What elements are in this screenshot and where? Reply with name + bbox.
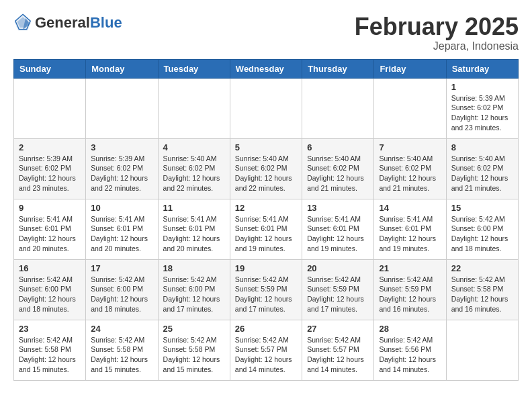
- day-number: 4: [163, 142, 225, 152]
- calendar-cell: 28Sunrise: 5:42 AM Sunset: 5:56 PM Dayli…: [374, 320, 446, 380]
- day-info: Sunrise: 5:42 AM Sunset: 6:00 PM Dayligh…: [91, 275, 152, 314]
- calendar-cell: [86, 78, 158, 138]
- calendar-cell: [230, 78, 302, 138]
- calendar-cell: 19Sunrise: 5:42 AM Sunset: 5:59 PM Dayli…: [230, 259, 302, 320]
- header: GeneralBlue February 2025 Jepara, Indone…: [13, 13, 519, 52]
- day-number: 14: [379, 203, 441, 213]
- day-number: 11: [163, 203, 225, 213]
- calendar-cell: 11Sunrise: 5:41 AM Sunset: 6:01 PM Dayli…: [158, 199, 230, 259]
- calendar-cell: 2Sunrise: 5:39 AM Sunset: 6:02 PM Daylig…: [14, 138, 86, 199]
- calendar-cell: [158, 78, 230, 138]
- day-info: Sunrise: 5:42 AM Sunset: 5:59 PM Dayligh…: [235, 275, 297, 314]
- day-info: Sunrise: 5:41 AM Sunset: 6:01 PM Dayligh…: [163, 214, 225, 254]
- calendar-cell: 12Sunrise: 5:41 AM Sunset: 6:01 PM Dayli…: [230, 199, 302, 259]
- week-row-4: 16Sunrise: 5:42 AM Sunset: 6:00 PM Dayli…: [14, 259, 519, 320]
- calendar-cell: 4Sunrise: 5:40 AM Sunset: 6:02 PM Daylig…: [158, 138, 230, 199]
- weekday-header-saturday: Saturday: [446, 59, 518, 78]
- day-number: 19: [235, 263, 297, 273]
- day-info: Sunrise: 5:40 AM Sunset: 6:02 PM Dayligh…: [451, 154, 513, 193]
- calendar-cell: 20Sunrise: 5:42 AM Sunset: 5:59 PM Dayli…: [302, 259, 374, 320]
- day-number: 24: [91, 324, 152, 334]
- calendar-cell: 10Sunrise: 5:41 AM Sunset: 6:01 PM Dayli…: [86, 199, 158, 259]
- calendar-cell: 7Sunrise: 5:40 AM Sunset: 6:02 PM Daylig…: [374, 138, 446, 199]
- day-number: 13: [307, 203, 369, 213]
- calendar-cell: 14Sunrise: 5:41 AM Sunset: 6:01 PM Dayli…: [374, 199, 446, 259]
- day-number: 28: [379, 324, 441, 334]
- weekday-header-tuesday: Tuesday: [158, 59, 230, 78]
- day-number: 12: [235, 203, 297, 213]
- calendar-cell: 25Sunrise: 5:42 AM Sunset: 5:58 PM Dayli…: [158, 320, 230, 380]
- week-row-3: 9Sunrise: 5:41 AM Sunset: 6:01 PM Daylig…: [14, 199, 519, 259]
- day-number: 17: [91, 263, 152, 273]
- day-number: 15: [451, 203, 513, 213]
- day-info: Sunrise: 5:42 AM Sunset: 5:58 PM Dayligh…: [451, 275, 513, 314]
- day-number: 16: [19, 263, 81, 273]
- weekday-header-friday: Friday: [374, 59, 446, 78]
- day-number: 7: [379, 142, 441, 152]
- day-number: 21: [379, 263, 441, 273]
- calendar-cell: 21Sunrise: 5:42 AM Sunset: 5:59 PM Dayli…: [374, 259, 446, 320]
- day-info: Sunrise: 5:40 AM Sunset: 6:02 PM Dayligh…: [163, 154, 225, 193]
- day-info: Sunrise: 5:42 AM Sunset: 5:59 PM Dayligh…: [379, 275, 441, 314]
- calendar-cell: 6Sunrise: 5:40 AM Sunset: 6:02 PM Daylig…: [302, 138, 374, 199]
- day-info: Sunrise: 5:42 AM Sunset: 5:58 PM Dayligh…: [91, 335, 152, 375]
- calendar-cell: 3Sunrise: 5:39 AM Sunset: 6:02 PM Daylig…: [86, 138, 158, 199]
- day-info: Sunrise: 5:41 AM Sunset: 6:01 PM Dayligh…: [379, 214, 441, 254]
- day-number: 2: [19, 142, 81, 152]
- day-info: Sunrise: 5:42 AM Sunset: 5:58 PM Dayligh…: [19, 335, 81, 375]
- calendar-cell: 17Sunrise: 5:42 AM Sunset: 6:00 PM Dayli…: [86, 259, 158, 320]
- day-info: Sunrise: 5:41 AM Sunset: 6:01 PM Dayligh…: [307, 214, 369, 254]
- day-info: Sunrise: 5:42 AM Sunset: 5:58 PM Dayligh…: [163, 335, 225, 375]
- day-number: 1: [451, 82, 513, 92]
- day-number: 6: [307, 142, 369, 152]
- calendar-cell: 18Sunrise: 5:42 AM Sunset: 6:00 PM Dayli…: [158, 259, 230, 320]
- calendar-cell: [302, 78, 374, 138]
- calendar-cell: 27Sunrise: 5:42 AM Sunset: 5:57 PM Dayli…: [302, 320, 374, 380]
- day-number: 18: [163, 263, 225, 273]
- day-info: Sunrise: 5:42 AM Sunset: 5:57 PM Dayligh…: [235, 335, 297, 375]
- day-number: 10: [91, 203, 152, 213]
- calendar-cell: 9Sunrise: 5:41 AM Sunset: 6:01 PM Daylig…: [14, 199, 86, 259]
- day-number: 27: [307, 324, 369, 334]
- calendar-table: SundayMondayTuesdayWednesdayThursdayFrid…: [13, 59, 519, 381]
- week-row-2: 2Sunrise: 5:39 AM Sunset: 6:02 PM Daylig…: [14, 138, 519, 199]
- day-info: Sunrise: 5:42 AM Sunset: 5:56 PM Dayligh…: [379, 335, 441, 375]
- calendar-cell: [446, 320, 518, 380]
- month-title: February 2025: [355, 13, 519, 40]
- day-number: 22: [451, 263, 513, 273]
- weekday-header-sunday: Sunday: [14, 59, 86, 78]
- logo-blue: Blue: [90, 14, 122, 31]
- calendar-cell: [374, 78, 446, 138]
- calendar-cell: 13Sunrise: 5:41 AM Sunset: 6:01 PM Dayli…: [302, 199, 374, 259]
- location-title: Jepara, Indonesia: [355, 40, 519, 52]
- day-info: Sunrise: 5:40 AM Sunset: 6:02 PM Dayligh…: [235, 154, 297, 193]
- day-number: 5: [235, 142, 297, 152]
- title-area: February 2025 Jepara, Indonesia: [355, 13, 519, 52]
- week-row-1: 1Sunrise: 5:39 AM Sunset: 6:02 PM Daylig…: [14, 78, 519, 138]
- day-info: Sunrise: 5:39 AM Sunset: 6:02 PM Dayligh…: [19, 154, 81, 193]
- weekday-header-row: SundayMondayTuesdayWednesdayThursdayFrid…: [14, 59, 519, 78]
- logo-general: General: [35, 14, 90, 31]
- day-number: 3: [91, 142, 152, 152]
- day-info: Sunrise: 5:42 AM Sunset: 5:57 PM Dayligh…: [307, 335, 369, 375]
- weekday-header-wednesday: Wednesday: [230, 59, 302, 78]
- calendar-cell: 15Sunrise: 5:42 AM Sunset: 6:00 PM Dayli…: [446, 199, 518, 259]
- day-info: Sunrise: 5:42 AM Sunset: 6:00 PM Dayligh…: [451, 214, 513, 254]
- logo: GeneralBlue: [13, 13, 122, 32]
- day-info: Sunrise: 5:39 AM Sunset: 6:02 PM Dayligh…: [91, 154, 152, 193]
- day-number: 9: [19, 203, 81, 213]
- calendar-cell: 23Sunrise: 5:42 AM Sunset: 5:58 PM Dayli…: [14, 320, 86, 380]
- day-number: 8: [451, 142, 513, 152]
- day-number: 25: [163, 324, 225, 334]
- weekday-header-thursday: Thursday: [302, 59, 374, 78]
- day-info: Sunrise: 5:39 AM Sunset: 6:02 PM Dayligh…: [451, 93, 513, 133]
- day-info: Sunrise: 5:42 AM Sunset: 6:00 PM Dayligh…: [19, 275, 81, 314]
- week-row-5: 23Sunrise: 5:42 AM Sunset: 5:58 PM Dayli…: [14, 320, 519, 380]
- calendar-cell: 8Sunrise: 5:40 AM Sunset: 6:02 PM Daylig…: [446, 138, 518, 199]
- day-number: 26: [235, 324, 297, 334]
- calendar-cell: 24Sunrise: 5:42 AM Sunset: 5:58 PM Dayli…: [86, 320, 158, 380]
- day-info: Sunrise: 5:42 AM Sunset: 5:59 PM Dayligh…: [307, 275, 369, 314]
- day-number: 20: [307, 263, 369, 273]
- weekday-header-monday: Monday: [86, 59, 158, 78]
- day-info: Sunrise: 5:41 AM Sunset: 6:01 PM Dayligh…: [91, 214, 152, 254]
